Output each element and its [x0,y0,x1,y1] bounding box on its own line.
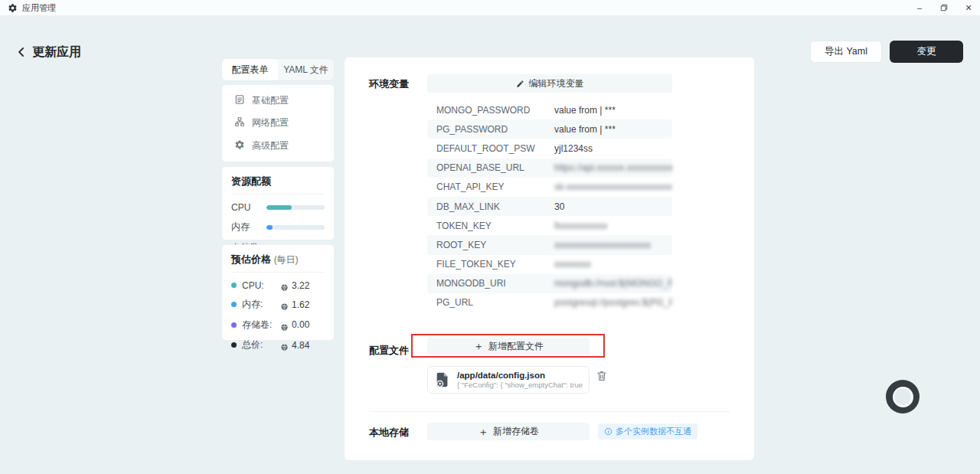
page-title: 更新应用 [32,44,81,60]
config-panel: 环境变量 编辑环境变量 MONGO_PASSWORDvalue from | *… [345,57,754,460]
quota-row: CPU [231,202,325,213]
quota-label: CPU [231,202,266,213]
env-var-name: TOKEN_KEY [436,221,554,231]
coin-icon [280,281,289,289]
file-info: /app/data/config.json { "FeConfig": { "s… [457,371,583,390]
price-title: 预估价格 (每日) [231,253,325,273]
price-row: 存储卷:0.00 [231,319,325,332]
quota-slider[interactable] [266,225,325,230]
app-gear-icon [8,3,18,13]
env-row: CHAT_API_KEYsk-xxxxxxxxxxxxxxxxxxxxxxxxx… [427,178,672,197]
env-row: TOKEN_KEYfxxxxxxxxxxx [427,216,672,235]
quota-row: 内存 [231,221,325,234]
back-button[interactable] [14,44,29,60]
minimize-icon[interactable]: – [914,2,925,13]
env-row: MONGODB_URImongodb://root:$(MONGO_PASS..… [427,274,672,293]
window-title: 应用管理 [22,2,56,14]
price-row: 总价:4.84 [231,338,325,351]
price-row: 内存:1.62 [231,298,325,311]
quota-slider[interactable] [266,205,325,210]
storage-hint-badge: 多个实例数据不互通 [598,423,697,440]
config-file-section-label: 配置文件 [369,344,409,358]
env-row: DEFAULT_ROOT_PSWyjl1234ss [427,139,672,158]
env-row: ROOT_KEYxxxxxxxxxxxxxxxxxxxxx [427,235,672,254]
add-storage-volume-button[interactable]: ＋ 新增存储卷 [427,423,590,440]
env-var-value: fxxxxxxxxxxx [554,221,672,231]
env-var-name: MONGO_PASSWORD [436,105,554,116]
form-icon [234,94,245,107]
change-button[interactable]: 变更 [890,41,963,63]
network-icon [234,116,245,129]
export-yaml-button[interactable]: 导出 Yaml [810,41,882,63]
quota-title: 资源配额 [231,175,325,195]
cursor-ring-overlay [886,380,920,414]
resource-quota-card: 资源配额 CPU内存存储卷 [221,166,335,240]
quota-label: 内存 [231,221,266,234]
price-label: CPU: [242,280,280,291]
tab-config-form[interactable]: 配置表单 [222,59,278,80]
env-var-value: mongodb://root:$(MONGO_PASS... [554,278,672,289]
coin-icon [280,300,289,309]
file-path: /app/data/config.json [457,371,583,381]
sidebar-item-网络配置[interactable]: 网络配置 [227,113,329,134]
env-var-name: CHAT_API_KEY [436,181,554,192]
env-var-name: PG_PASSWORD [436,124,554,135]
close-icon[interactable]: ✕ [963,2,974,13]
price-label: 存储卷: [242,319,280,332]
legend-dot-icon [231,283,237,288]
env-var-list: MONGO_PASSWORDvalue from | ***PG_PASSWOR… [427,100,672,312]
env-var-value: yjl1234ss [554,143,672,154]
add-config-file-button[interactable]: ＋ 新增配置文件 [427,338,590,355]
env-var-name: DB_MAX_LINK [436,201,554,212]
tab-yaml-file[interactable]: YAML 文件 [278,59,334,80]
price-row: CPU:3.22 [231,280,325,291]
env-var-value: xxxxxxxx [554,259,672,270]
env-var-value: sk-xxxxxxxxxxxxxxxxxxxxxxxxxd... [554,181,672,192]
plus-icon: ＋ [478,427,488,437]
env-var-name: ROOT_KEY [436,240,554,250]
price-label: 内存: [242,298,280,311]
legend-dot-icon [231,342,237,348]
window-titlebar: 应用管理 – ✕ [0,0,980,15]
env-var-name: MONGODB_URI [436,278,554,289]
env-row: PG_URLpostgresql://postgres:$(PG_PASS... [427,293,672,312]
env-var-value: value from | *** [554,105,672,116]
env-var-name: OPENAI_BASE_URL [436,162,554,173]
price-value: 0.00 [292,319,309,330]
env-var-name: FILE_TOKEN_KEY [436,259,554,270]
env-row: OPENAI_BASE_URLhttps://api.xxxxxx.xxxxxx… [427,159,672,178]
restore-icon[interactable] [939,2,949,13]
env-row: PG_PASSWORDvalue from | *** [427,119,672,139]
coin-icon [280,321,289,329]
env-var-value: postgresql://postgres:$(PG_PASS... [554,297,672,308]
page-header: 更新应用 导出 Yaml 变更 [0,15,980,57]
env-var-name: PG_URL [436,297,554,308]
env-section-label: 环境变量 [369,77,409,91]
info-icon [604,427,612,436]
sidebar-item-label: 高级配置 [252,139,289,152]
env-var-value: value from | *** [554,124,672,135]
sidebar-item-label: 网络配置 [252,116,289,129]
legend-dot-icon [231,322,237,328]
price-value: 1.62 [292,299,309,310]
env-row: DB_MAX_LINK30 [427,197,672,216]
env-var-name: DEFAULT_ROOT_PSW [436,143,554,154]
config-file-item[interactable]: /app/data/config.json { "FeConfig": { "s… [427,366,590,394]
sidebar-item-高级配置[interactable]: 高级配置 [227,135,329,156]
pencil-icon [516,80,524,88]
sidebar-menu: 基础配置网络配置高级配置 [221,84,335,162]
local-storage-section-label: 本地存储 [369,426,409,440]
section-divider [369,411,730,412]
delete-config-file-icon[interactable] [596,370,608,382]
env-var-value: xxxxxxxxxxxxxxxxxxxxx [554,240,672,250]
sidebar-tabs: 配置表单YAML 文件 [221,58,335,81]
env-var-value: 30 [554,201,672,212]
legend-dot-icon [231,302,237,307]
gear-icon [234,139,245,152]
sidebar-item-基础配置[interactable]: 基础配置 [227,90,329,112]
edit-env-button[interactable]: 编辑环境变量 [427,74,672,93]
price-subtitle: (每日) [274,254,299,265]
env-row: MONGO_PASSWORDvalue from | *** [427,100,672,119]
sidebar-item-label: 基础配置 [252,94,289,107]
env-var-value: https://api.xxxxxx.xxxxxxxxxx.xx/v1 [554,162,672,173]
